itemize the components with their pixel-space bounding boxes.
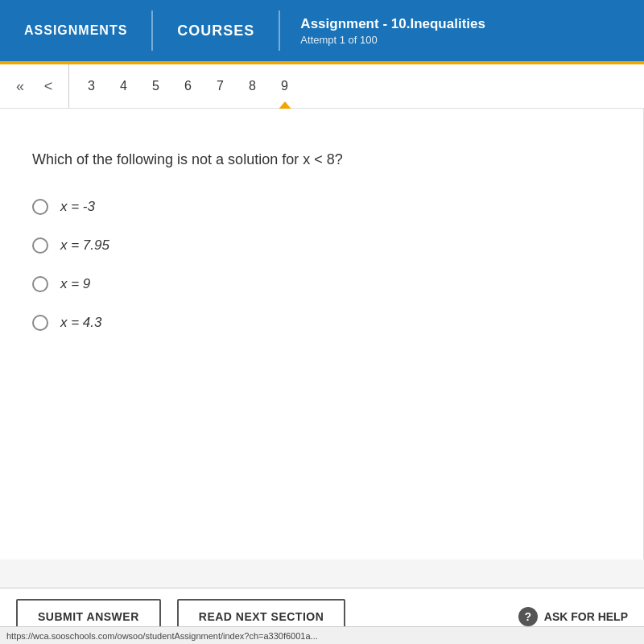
option-b-label: x = 7.95 [60, 237, 109, 254]
option-c-label: x = 9 [60, 276, 90, 292]
page-6[interactable]: 6 [174, 72, 202, 101]
nav-courses[interactable]: COURSES [153, 0, 279, 61]
assignments-label: ASSIGNMENTS [24, 23, 127, 38]
option-a-label: x = -3 [60, 199, 95, 215]
option-c[interactable]: x = 9 [32, 276, 611, 292]
nav-assignments[interactable]: ASSIGNMENTS [0, 0, 151, 61]
assignment-info: Assignment - 10.Inequalities Attempt 1 o… [280, 16, 506, 46]
page-5[interactable]: 5 [142, 72, 170, 101]
ask-help-text: ASK FOR HELP [544, 610, 628, 623]
courses-label: COURSES [177, 23, 254, 39]
question-text: Which of the following is not a solution… [32, 149, 611, 171]
url-bar: https://wca.sooschools.com/owsoo/student… [0, 626, 644, 644]
page-3[interactable]: 3 [77, 72, 105, 101]
option-a[interactable]: x = -3 [32, 199, 611, 215]
option-d[interactable]: x = 4.3 [32, 315, 611, 331]
first-page-btn[interactable]: « [8, 72, 32, 101]
assignment-title: Assignment - 10.Inequalities [300, 16, 485, 32]
option-b[interactable]: x = 7.95 [32, 237, 611, 254]
header: ASSIGNMENTS COURSES Assignment - 10.Ineq… [0, 0, 644, 64]
assignment-dash: - [382, 16, 390, 31]
pagination-bar: « < 3 4 5 6 7 8 9 [0, 64, 644, 109]
pagination-nav: « < [8, 64, 69, 108]
radio-b[interactable] [32, 237, 48, 254]
radio-d[interactable] [32, 315, 48, 331]
radio-a[interactable] [32, 199, 48, 215]
prev-label: < [44, 78, 53, 95]
page-7[interactable]: 7 [206, 72, 234, 101]
ask-help-icon: ? [518, 607, 538, 626]
page-9-wrapper: 9 [270, 72, 299, 101]
page-4[interactable]: 4 [109, 72, 138, 101]
assignment-title-text: Assignment [300, 16, 378, 31]
header-nav: ASSIGNMENTS COURSES Assignment - 10.Ineq… [0, 0, 506, 61]
assignment-subtitle-text: 10.Inequalities [391, 16, 485, 31]
url-text: https://wca.sooschools.com/owsoo/student… [6, 631, 318, 641]
main-content: Which of the following is not a solution… [0, 109, 644, 559]
option-d-label: x = 4.3 [60, 315, 102, 331]
ask-for-help[interactable]: ? ASK FOR HELP [518, 607, 628, 626]
prev-page-btn[interactable]: < [36, 72, 60, 101]
page-9[interactable]: 9 [270, 72, 299, 101]
radio-c[interactable] [32, 276, 48, 292]
attempt-text: Attempt 1 of 100 [300, 34, 485, 46]
pagination-numbers: 3 4 5 6 7 8 9 [69, 72, 299, 101]
page-8[interactable]: 8 [238, 72, 266, 101]
first-label: « [16, 78, 24, 95]
